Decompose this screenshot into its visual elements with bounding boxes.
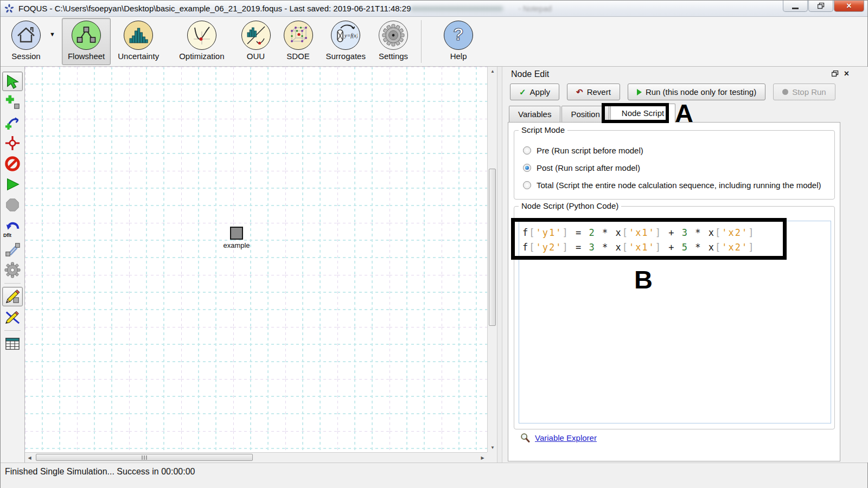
node-label: example	[209, 241, 264, 249]
scrollbar-corner	[487, 452, 497, 462]
close-button[interactable]: ×	[834, 1, 864, 12]
surrogates-formula-text: y=f(x)	[344, 33, 358, 39]
session-icon	[11, 21, 41, 50]
help-button[interactable]: ? Help	[438, 18, 479, 65]
data-table-button[interactable]	[2, 334, 23, 354]
optimization-label: Optimization	[179, 52, 224, 61]
thumb-grip	[144, 455, 145, 460]
scroll-right-button[interactable]: ▶	[478, 453, 487, 463]
radio-post-icon[interactable]	[523, 164, 531, 172]
add-edge-button[interactable]	[2, 113, 23, 132]
stop-flowsheet-button[interactable]	[2, 195, 23, 215]
run-node-button[interactable]: Run (this node only for testing)	[628, 84, 765, 100]
script-mode-legend: Script Mode	[519, 125, 567, 134]
select-arrow-icon	[5, 74, 20, 89]
maximize-button[interactable]	[808, 1, 833, 12]
ouu-button[interactable]: OUU	[235, 18, 277, 65]
close-panel-icon[interactable]: ×	[844, 69, 849, 78]
flowsheet-canvas[interactable]: example	[25, 67, 487, 452]
run-triangle-icon	[637, 89, 642, 95]
code-line: f['y1'] = 2 * x['x1'] + 3 * x['x2']	[522, 226, 827, 240]
edit-edge-button[interactable]	[2, 307, 23, 327]
scroll-up-button[interactable]: ▲	[488, 67, 497, 76]
settings-icon	[379, 21, 408, 50]
canvas-vertical-scrollbar[interactable]: ▲ ▼	[487, 67, 497, 452]
stop-run-button[interactable]: Stop Run	[773, 84, 835, 100]
edge-segments-icon	[5, 242, 20, 257]
background-window-blur	[411, 6, 503, 11]
radio-pre-icon[interactable]	[523, 146, 531, 155]
minimize-icon	[792, 8, 799, 9]
window-controls: ×	[782, 1, 864, 12]
radio-total-icon[interactable]	[523, 181, 531, 189]
tab-position[interactable]: Position	[561, 106, 609, 123]
table-icon	[5, 337, 20, 351]
select-mode-button[interactable]	[2, 72, 23, 91]
background-window-title: - Notepad	[518, 4, 551, 13]
edit-node-button[interactable]	[2, 287, 23, 306]
session-group: Session ▼	[5, 17, 56, 66]
reset-default-button[interactable]: Dflt	[2, 216, 23, 239]
center-view-button[interactable]	[2, 133, 23, 153]
minimize-button[interactable]	[783, 1, 808, 12]
uncertainty-icon	[124, 21, 153, 50]
radio-pre-label: Pre (Run script before model)	[537, 146, 643, 155]
tab-variables[interactable]: Variables	[509, 106, 560, 123]
foqus-window: FOQUS - C:\Users\fsoepyan\Desktop\basic_…	[0, 0, 868, 488]
scroll-left-button[interactable]: ◀	[25, 453, 34, 463]
code-line: f['y2'] = 3 * x['x1'] + 5 * x['x2']	[522, 240, 827, 255]
surrogates-icon: y=f(x)	[331, 21, 360, 50]
flowsheet-tool-column: Dflt	[1, 67, 25, 463]
sdoe-button[interactable]: SDOE	[278, 18, 319, 65]
close-icon: ×	[846, 2, 851, 10]
foqus-app-icon[interactable]	[4, 3, 15, 14]
flowsheet-node-example[interactable]	[230, 227, 243, 240]
tab-node-script[interactable]: Node Script	[610, 104, 675, 123]
apply-check-icon: ✓	[519, 88, 526, 96]
code-editor[interactable]: f['y1'] = 2 * x['x1'] + 3 * x['x2']f['y2…	[519, 221, 831, 423]
scroll-down-button[interactable]: ▼	[488, 443, 497, 452]
apply-button[interactable]: ✓ Apply	[510, 84, 559, 100]
session-label: Session	[11, 52, 40, 61]
radio-pre[interactable]: Pre (Run script before model)	[523, 146, 643, 155]
surrogates-label: Surrogates	[326, 52, 366, 61]
node-settings-button[interactable]	[2, 260, 23, 280]
stop-octagon-icon	[5, 197, 20, 213]
radio-post[interactable]: Post (Run script after model)	[523, 163, 640, 172]
toolbar-separator	[421, 20, 422, 63]
session-dropdown-arrow[interactable]: ▼	[49, 31, 55, 37]
dflt-label: Dflt	[3, 233, 11, 238]
settings-button[interactable]: Settings	[373, 18, 414, 65]
panel-splitter[interactable]	[497, 67, 502, 463]
help-label: Help	[450, 52, 467, 61]
run-flowsheet-button[interactable]	[2, 175, 23, 194]
edge-tool-button[interactable]	[2, 240, 23, 259]
tool-separator	[4, 330, 21, 331]
float-panel-icon[interactable]	[832, 70, 839, 77]
session-button[interactable]: Session	[5, 18, 47, 62]
question-mark-icon: ?	[446, 23, 470, 47]
node-edit-actions: ✓ Apply ↶ Revert Run (this node only for…	[510, 84, 835, 100]
canvas-horizontal-scrollbar[interactable]: ◀ ▶	[25, 452, 487, 462]
canvas-grid	[25, 67, 487, 452]
horizontal-scroll-thumb[interactable]	[36, 454, 253, 461]
node-script-tab-content: Script Mode Pre (Run script before model…	[508, 122, 840, 461]
small-gear-icon	[4, 262, 21, 278]
radio-total-label: Total (Script the entire node calculatio…	[537, 181, 821, 190]
uncertainty-button[interactable]: Uncertainty	[112, 18, 165, 65]
node-script-group: Node Script (Python Code) f['y1'] = 2 * …	[514, 206, 835, 429]
sdoe-icon	[284, 21, 313, 50]
variable-explorer-link[interactable]: Variable Explorer	[535, 433, 597, 442]
flowsheet-button[interactable]: Flowsheet	[62, 18, 111, 65]
revert-button[interactable]: ↶ Revert	[567, 84, 620, 100]
vertical-scroll-thumb[interactable]	[489, 169, 496, 326]
revert-arrow-icon: ↶	[576, 88, 583, 96]
add-node-button[interactable]	[2, 92, 23, 112]
ouu-label: OUU	[247, 52, 265, 61]
uncertainty-label: Uncertainty	[118, 52, 159, 61]
crosshair-icon	[5, 136, 20, 151]
radio-total[interactable]: Total (Script the entire node calculatio…	[523, 181, 821, 190]
optimization-button[interactable]: Optimization	[173, 18, 230, 65]
surrogates-button[interactable]: y=f(x) Surrogates	[320, 18, 372, 65]
delete-button[interactable]	[2, 154, 23, 174]
